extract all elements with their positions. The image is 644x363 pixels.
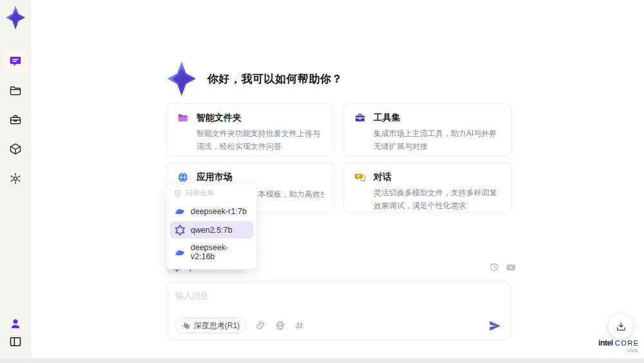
qwen-icon [175, 224, 185, 235]
sidebar-item-chat[interactable] [4, 50, 27, 73]
card-title: 智能文件夹 [196, 112, 242, 124]
greeting-text: 你好，我可以如何帮助你？ [207, 72, 343, 86]
grid-icon[interactable] [294, 320, 305, 331]
model-dropdown: 问学仓库 deepseek-r1:7b qwen2.5:7b deepseek-… [166, 182, 257, 270]
deepseek-icon [175, 206, 185, 217]
card-chat[interactable]: 对话 灵活切换多模型文件，支持多样回复效果调试，满足个性化需求 [343, 162, 512, 213]
folder-icon [177, 112, 189, 124]
folder-icon [9, 84, 22, 97]
download-button[interactable] [609, 314, 633, 338]
model-option-label: deepseek-v2:16b [191, 243, 249, 261]
model-option-deepseek-r1[interactable]: deepseek-r1:7b [170, 202, 253, 220]
cube-icon [9, 142, 22, 155]
message-composer: 深度思考(R1) [166, 282, 511, 340]
chat-icon [9, 55, 22, 68]
sidebar-item-settings[interactable] [4, 167, 27, 190]
history-icon[interactable] [489, 262, 500, 273]
model-option-deepseek-v2[interactable]: deepseek-v2:16b [170, 240, 253, 264]
sidebar-item-models[interactable] [4, 137, 27, 161]
deepseek-icon [175, 247, 185, 258]
deep-think-label: 深度思考(R1) [194, 320, 240, 331]
intel-core-badge: intel core Ultra [598, 338, 640, 353]
app-logo-icon [5, 5, 26, 30]
app-window: 你好，我可以如何帮助你？ 智能文件夹 智能文件夹功能支持批量文件上传与清洗，轻松… [0, 0, 644, 363]
panel-icon [9, 335, 22, 348]
repo-icon [174, 190, 182, 197]
card-desc: 智能文件夹功能支持批量文件上传与清洗，轻松实现文件问答 [196, 128, 324, 153]
sidebar-item-folders[interactable] [4, 79, 27, 103]
user-icon [9, 317, 22, 330]
model-option-label: deepseek-r1:7b [191, 207, 247, 216]
video-icon[interactable] [506, 262, 516, 273]
chat-toolbar [483, 262, 516, 273]
sidebar-item-toolbox[interactable] [4, 108, 27, 132]
atom-icon [182, 322, 191, 330]
horizontal-scrollbar[interactable] [0, 358, 644, 363]
message-input[interactable] [175, 288, 497, 302]
gear-icon [9, 172, 22, 185]
card-toolset[interactable]: 工具集 集成市场上主流工具，助力AI与外界无缝扩展与对接 [343, 103, 512, 157]
card-title: 工具集 [374, 112, 401, 124]
toolbox-icon [354, 112, 366, 124]
intel-brand: intel [598, 338, 612, 348]
app-market-icon [177, 172, 189, 183]
card-desc: 灵活切换多模型文件，支持多样回复效果调试，满足个性化需求 [374, 187, 501, 213]
paperclip-icon[interactable] [256, 320, 266, 331]
sidebar [0, 0, 31, 363]
card-smart-folder[interactable]: 智能文件夹 智能文件夹功能支持批量文件上传与清洗，轻松实现文件问答 [166, 103, 335, 157]
composer-toolbar: 深度思考(R1) [175, 318, 502, 333]
model-option-label: qwen2.5:7b [191, 226, 232, 235]
intel-tier: Ultra [598, 348, 640, 353]
chat-bubble-icon [354, 172, 366, 183]
download-icon [616, 321, 627, 332]
greeting-header: 你好，我可以如何帮助你？ [165, 61, 343, 97]
briefcase-icon [9, 113, 22, 126]
app-logo-icon [165, 61, 198, 97]
card-title: 对话 [374, 172, 392, 183]
model-repo-header: 问学仓库 [170, 186, 253, 201]
globe-icon[interactable] [275, 320, 285, 331]
deep-think-toggle[interactable]: 深度思考(R1) [175, 318, 247, 333]
card-desc-partial: 本模板，助力高效生成多 [258, 188, 324, 201]
card-title: 应用市场 [196, 172, 232, 183]
intel-series: core [615, 339, 639, 347]
card-desc: 集成市场上主流工具，助力AI与外界无缝扩展与对接 [374, 128, 501, 153]
send-icon[interactable] [488, 319, 502, 333]
repo-label: 问学仓库 [185, 188, 214, 198]
model-option-qwen[interactable]: qwen2.5:7b [170, 221, 253, 239]
sidebar-item-panel[interactable] [4, 330, 27, 353]
